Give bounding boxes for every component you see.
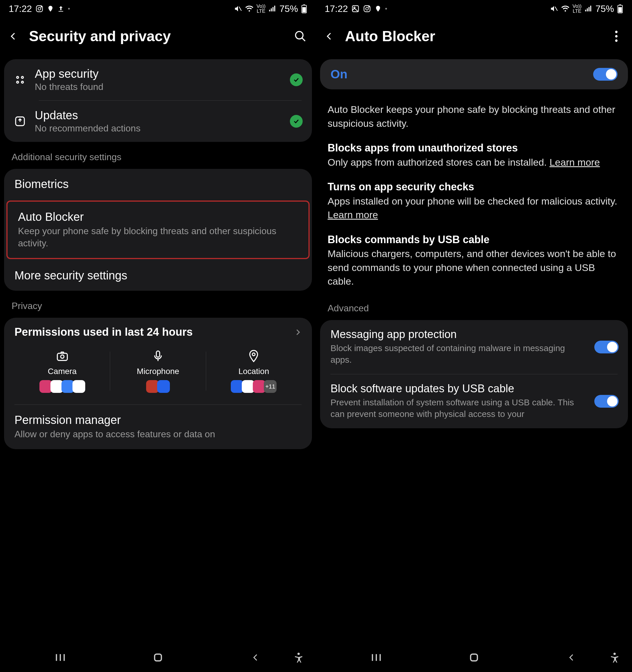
svg-point-7 (296, 32, 303, 39)
svg-point-17 (253, 353, 255, 356)
home-button[interactable] (149, 649, 167, 666)
svg-point-26 (365, 7, 368, 10)
svg-point-9 (17, 76, 19, 78)
navigation-bar (0, 643, 316, 672)
nav-back-button[interactable] (247, 649, 264, 666)
messaging-protection-title: Messaging app protection (330, 328, 588, 341)
wifi-icon (561, 5, 570, 13)
status-dot: • (385, 5, 387, 13)
svg-rect-30 (619, 4, 621, 5)
updates-sub: No recommended actions (35, 123, 282, 134)
status-dot: • (68, 5, 70, 13)
battery-percent: 75% (596, 3, 614, 14)
svg-point-15 (60, 355, 64, 358)
svg-point-34 (615, 40, 617, 42)
svg-rect-38 (471, 654, 477, 661)
usb-commands-title: Blocks commands by USB cable (328, 234, 489, 245)
app-security-title: App security (35, 67, 282, 80)
svg-point-22 (298, 652, 300, 655)
section-advanced: Advanced (316, 288, 632, 320)
svg-point-11 (17, 81, 19, 83)
mute-icon (550, 5, 558, 13)
search-button[interactable] (294, 29, 307, 43)
messaging-switch[interactable] (594, 341, 619, 354)
permission-manager-title: Permission manager (15, 413, 302, 427)
app-security-sub: No threats found (35, 81, 282, 92)
block-stores-body: Only apps from authorized stores can be … (316, 155, 632, 169)
permissions-grid: Camera Microphone (4, 346, 312, 405)
svg-line-3 (239, 7, 241, 11)
svg-point-2 (41, 6, 42, 7)
messaging-protection-row[interactable]: Messaging app protection Block images su… (320, 320, 628, 374)
permissions-24h-row[interactable]: Permissions used in last 24 hours (4, 318, 312, 346)
more-security-label: More security settings (15, 269, 302, 282)
instagram-icon (363, 5, 371, 13)
advanced-card: Messaging app protection Block images su… (320, 320, 628, 428)
instagram-icon (35, 5, 44, 13)
recents-button[interactable] (52, 649, 69, 666)
more-options-button[interactable] (609, 29, 623, 43)
permissions-24h-title: Permissions used in last 24 hours (15, 326, 294, 338)
block-usb-updates-row[interactable]: Block software updates by USB cable Prev… (320, 374, 628, 428)
auto-blocker-sub: Keep your phone safe by blocking threats… (18, 225, 298, 249)
gallery-icon (351, 5, 359, 13)
security-checks-body: Apps installed on your phone will be che… (316, 194, 632, 222)
master-toggle-row[interactable]: On (320, 59, 628, 89)
svg-rect-21 (154, 654, 161, 661)
svg-point-32 (615, 31, 617, 33)
accessibility-button[interactable] (290, 649, 307, 666)
app-icon (157, 380, 170, 393)
svg-point-10 (22, 76, 24, 78)
section-additional-security: Additional security settings (0, 142, 316, 169)
perm-camera-col[interactable]: Camera (15, 349, 110, 393)
update-icon (13, 115, 27, 128)
more-apps-badge: +11 (264, 380, 277, 393)
additional-security-card: Biometrics Auto Blocker Keep your phone … (4, 169, 312, 291)
microphone-icon (151, 349, 165, 363)
block-usb-switch[interactable] (594, 395, 619, 408)
permission-manager-row[interactable]: Permission manager Allow or deny apps to… (4, 405, 312, 449)
auto-blocker-row[interactable]: Auto Blocker Keep your phone safe by blo… (7, 202, 308, 258)
location-pin-icon (247, 349, 260, 363)
status-time: 17:22 (9, 3, 32, 14)
svg-line-28 (555, 7, 557, 11)
navigation-bar (316, 643, 632, 672)
checkmark-badge-icon (290, 73, 303, 86)
updates-title: Updates (35, 109, 282, 122)
back-button[interactable] (9, 30, 20, 42)
section-privacy: Privacy (0, 291, 316, 318)
more-security-row[interactable]: More security settings (4, 260, 312, 291)
app-icon (73, 380, 85, 393)
biometrics-label: Biometrics (15, 177, 302, 191)
wifi-icon (245, 5, 254, 13)
svg-point-39 (613, 652, 616, 655)
updates-row[interactable]: Updates No recommended actions (4, 101, 312, 142)
apps-grid-icon (13, 73, 27, 87)
nav-back-button[interactable] (563, 649, 580, 666)
block-usb-updates-title: Block software updates by USB cable (330, 382, 588, 395)
home-button[interactable] (465, 649, 483, 666)
camera-apps (40, 380, 84, 393)
perm-camera-label: Camera (48, 367, 77, 376)
block-usb-updates-sub: Prevent installation of system software … (330, 397, 588, 420)
svg-point-12 (22, 81, 24, 83)
app-security-row[interactable]: App security No threats found (4, 59, 312, 100)
master-switch[interactable] (593, 68, 617, 81)
checkmark-badge-icon (290, 115, 303, 128)
security-checks-title: Turns on app security checks (328, 181, 474, 193)
back-button[interactable] (325, 30, 336, 42)
learn-more-link[interactable]: Learn more (549, 157, 600, 168)
status-time: 17:22 (325, 3, 348, 14)
recents-button[interactable] (368, 649, 385, 666)
accessibility-button[interactable] (606, 649, 623, 666)
screen-security-privacy: 17:22 • Vo))LTE 75% (0, 0, 316, 672)
on-label: On (330, 67, 347, 81)
learn-more-link[interactable]: Learn more (328, 209, 378, 220)
mute-icon (234, 5, 242, 13)
perm-location-col[interactable]: Location +11 (206, 349, 302, 393)
volte-icon: Vo))LTE (573, 4, 582, 14)
biometrics-row[interactable]: Biometrics (4, 169, 312, 199)
perm-location-label: Location (238, 367, 269, 376)
perm-microphone-col[interactable]: Microphone (110, 349, 206, 393)
battery-percent: 75% (279, 3, 298, 14)
